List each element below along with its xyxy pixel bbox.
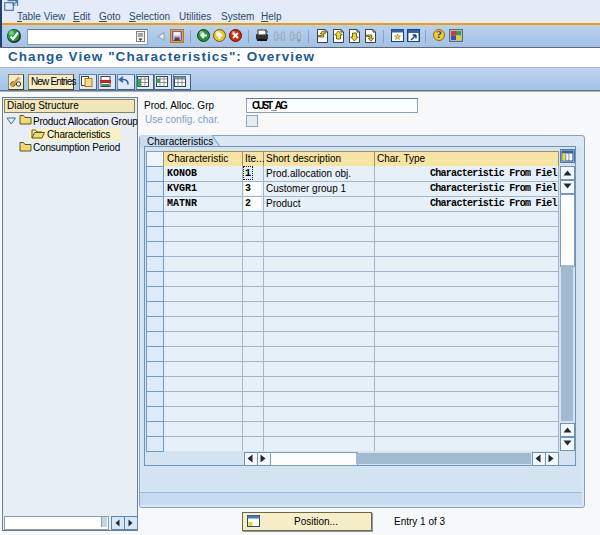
svg-text:?: ? [436,29,442,40]
